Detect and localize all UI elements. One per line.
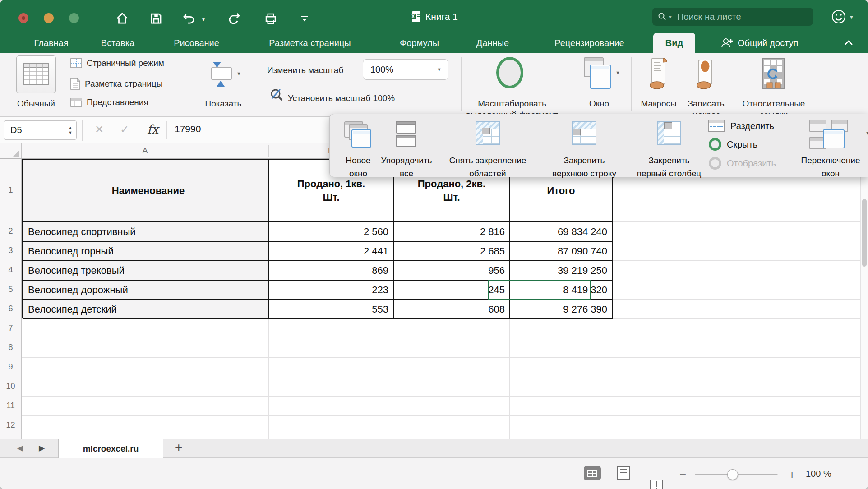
zoom-combobox-dropdown-icon[interactable]: ▼ xyxy=(430,60,448,79)
cancel-entry-icon[interactable]: ✕ xyxy=(95,123,104,136)
row-header-1[interactable]: 1 xyxy=(0,159,21,221)
scrollbar-thumb[interactable] xyxy=(862,199,867,267)
normal-view-toggle[interactable] xyxy=(584,466,601,480)
row-header-2[interactable]: 2 xyxy=(0,221,21,241)
menu-item-hide[interactable]: Скрыть xyxy=(709,138,757,151)
cell-c3[interactable]: 2 685 xyxy=(394,242,510,261)
next-sheet-icon[interactable]: ▶ xyxy=(39,443,45,453)
tab-recenzirovanie[interactable]: Рецензирование xyxy=(540,33,639,53)
row-header-11[interactable]: 11 xyxy=(0,396,21,415)
insert-function-icon[interactable]: fx xyxy=(147,122,158,136)
row-header-13[interactable]: 13 xyxy=(0,435,21,439)
vertical-scrollbar[interactable] xyxy=(860,177,868,439)
page-break-view-toggle[interactable] xyxy=(650,480,663,489)
show-arrow-up-icon xyxy=(217,81,225,87)
normal-view-button[interactable] xyxy=(16,55,56,93)
cell-c6[interactable]: 608 xyxy=(394,300,510,319)
cell-d4[interactable]: 39 219 250 xyxy=(510,261,613,281)
menu-item-new-window[interactable]: Новое окно xyxy=(337,114,380,177)
add-sheet-button[interactable]: + xyxy=(175,440,182,455)
cell-b5[interactable]: 223 xyxy=(269,281,394,300)
tab-vid-active[interactable]: Вид xyxy=(653,33,695,53)
name-box[interactable]: D5 ▲▼ xyxy=(4,120,77,140)
cell-b2[interactable]: 2 560 xyxy=(269,222,394,242)
cell-a2[interactable]: Велосипед спортивный xyxy=(23,222,269,242)
macros-button[interactable]: Макросы xyxy=(634,98,683,109)
tab-risovanie[interactable]: Рисование xyxy=(163,33,230,53)
row-header-4[interactable]: 4 xyxy=(0,260,21,280)
formula-input[interactable]: 17990 xyxy=(175,124,201,134)
prev-sheet-icon[interactable]: ◀ xyxy=(17,443,23,453)
tab-vstavka[interactable]: Вставка xyxy=(94,33,141,53)
row-header-8[interactable]: 8 xyxy=(0,338,21,357)
cell-c2[interactable]: 2 816 xyxy=(394,222,510,242)
cell-a4[interactable]: Велосипед трековый xyxy=(23,261,269,281)
cell-c4[interactable]: 956 xyxy=(394,261,510,281)
menu-item-freeze-first-column[interactable]: Закрепить первый столбец xyxy=(622,114,716,177)
unhide-icon xyxy=(709,157,721,170)
show-label: Показать xyxy=(199,98,248,109)
custom-views-icon xyxy=(70,98,82,107)
cell-b4[interactable]: 869 xyxy=(269,261,394,281)
column-header-a[interactable]: A xyxy=(22,143,268,158)
menu-item-freeze-top-row[interactable]: Закрепить верхнюю строку xyxy=(537,114,631,177)
cell-a3[interactable]: Велосипед горный xyxy=(23,242,269,261)
cell-b6[interactable]: 553 xyxy=(269,300,394,319)
row-header-10[interactable]: 10 xyxy=(0,377,21,396)
window-menu-button[interactable] xyxy=(584,57,613,90)
menu-item-switch-windows[interactable]: ▼ Переключение окон xyxy=(799,114,862,177)
zoom-level-label: 100 % xyxy=(806,469,831,479)
confirm-entry-icon[interactable]: ✓ xyxy=(120,123,129,136)
feedback-dropdown-icon[interactable]: ▼ xyxy=(849,14,854,20)
relative-refs-icon xyxy=(761,57,786,92)
menu-item-unfreeze-panes[interactable]: Снять закрепление областей xyxy=(440,114,535,177)
search-scope-chevron-icon[interactable]: ▼ xyxy=(668,14,673,19)
page-layout-view-toggle[interactable] xyxy=(617,466,630,480)
feedback-smiley-icon[interactable] xyxy=(831,9,846,24)
normal-view-label: Обычный xyxy=(5,98,68,109)
row-header-3[interactable]: 3 xyxy=(0,241,21,260)
row-header-7[interactable]: 7 xyxy=(0,318,21,338)
formula-divider xyxy=(82,120,83,141)
tab-razmetka[interactable]: Разметка страницы xyxy=(252,33,368,53)
row-header-9[interactable]: 9 xyxy=(0,357,21,377)
header-cell-name[interactable]: Наименование xyxy=(23,160,269,222)
cell-d3[interactable]: 87 090 740 xyxy=(510,242,613,261)
tab-dannye[interactable]: Данные xyxy=(468,33,517,53)
sheet-search-input[interactable]: ▼ Поиск на листе xyxy=(652,8,813,26)
cell-a5[interactable]: Велосипед дорожный xyxy=(23,281,269,300)
cell-d6[interactable]: 9 276 390 xyxy=(510,300,613,319)
gridline xyxy=(0,357,868,358)
menu-item-split[interactable]: Разделить xyxy=(708,120,774,132)
share-button[interactable]: Общий доступ xyxy=(720,33,833,53)
row-header-6[interactable]: 6 xyxy=(0,299,21,318)
zoom-100-button[interactable]: Установить масштаб 100% xyxy=(288,92,419,104)
select-all-corner[interactable] xyxy=(0,143,22,158)
menu-item-unhide[interactable]: Отобразить xyxy=(709,157,776,170)
freeze-first-column-icon xyxy=(657,121,681,145)
tab-glavnaya[interactable]: Главная xyxy=(30,33,72,53)
menu-item-arrange-all[interactable]: Упорядочить все xyxy=(380,114,433,177)
zoom-in-button[interactable]: + xyxy=(789,468,795,482)
page-layout-button[interactable]: Разметка страницы xyxy=(70,78,162,90)
row-header-12[interactable]: 12 xyxy=(0,415,21,435)
gridline xyxy=(0,396,868,397)
collapse-ribbon-icon[interactable] xyxy=(843,38,854,47)
sheet-tab-active[interactable]: microexcel.ru xyxy=(58,439,163,458)
switch-windows-dropdown-icon: ▼ xyxy=(865,130,868,136)
name-box-stepper[interactable]: ▲▼ xyxy=(65,125,76,135)
page-break-preview-button[interactable]: Страничный режим xyxy=(70,58,164,68)
split-icon xyxy=(708,120,725,132)
cell-b3[interactable]: 2 441 xyxy=(269,242,394,261)
zoom-out-button[interactable]: − xyxy=(679,468,686,482)
zoom-slider-thumb[interactable] xyxy=(727,469,738,480)
custom-views-button[interactable]: Представления xyxy=(70,97,148,107)
cell-a6[interactable]: Велосипед детский xyxy=(23,300,269,319)
tab-formuly[interactable]: Формулы xyxy=(390,33,448,53)
show-button[interactable]: ▼ xyxy=(207,59,247,91)
grid-view-icon xyxy=(587,470,597,477)
row-header-5[interactable]: 5 xyxy=(0,280,21,299)
zoom-combobox[interactable]: 100% ▼ xyxy=(363,59,448,80)
share-label: Общий доступ xyxy=(738,38,798,48)
cell-d2[interactable]: 69 834 240 xyxy=(510,222,613,242)
